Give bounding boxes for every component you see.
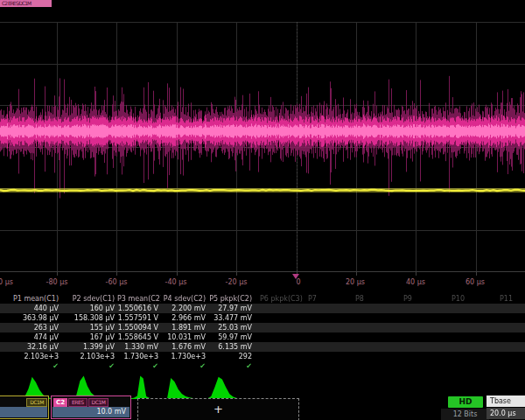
- param-value: 160 µV: [61, 304, 117, 313]
- param-value: 1.330 mV: [117, 342, 161, 352]
- param-value: 25.03 mV: [208, 323, 255, 332]
- param-header[interactable]: P4 sdev(C2): [161, 294, 208, 304]
- param-value: 2.103e+3: [61, 352, 117, 361]
- add-trace-button[interactable]: +: [137, 398, 299, 420]
- param-value: 1.399 µV: [61, 342, 117, 352]
- param-header-empty[interactable]: P6 pkpk(C3): [255, 294, 303, 304]
- param-status-check-icon: ✔: [0, 361, 61, 371]
- param-value: 33.477 mV: [208, 313, 255, 323]
- hd-mode-badge[interactable]: HD: [448, 396, 483, 408]
- param-value: 2.200 mV: [161, 304, 208, 313]
- param-value: 1.550094 V: [117, 323, 161, 332]
- param-value: 1.676 mV: [161, 342, 208, 352]
- c2-trace-annotation-badge: C2 ERES/DC1M: [0, 0, 52, 7]
- param-value: 1.558645 V: [117, 332, 161, 342]
- param-value: 1.557591 V: [117, 313, 161, 323]
- param-value: 1.891 mV: [161, 323, 208, 332]
- channel-descriptor-c2[interactable]: C2ERESDC1M 10.0 mV: [51, 396, 131, 419]
- time-axis-label: 60 µs: [466, 278, 485, 286]
- param-value: 32.16 µV: [0, 342, 61, 352]
- param-header[interactable]: P5 pkpk(C2): [208, 294, 255, 304]
- param-value: 363.98 µV: [0, 313, 61, 323]
- c1-vertical-scale: 0 mV: [0, 407, 47, 417]
- c2-vertical-scale: 10.0 mV: [52, 407, 130, 417]
- param-status-check-icon: ✔: [61, 361, 117, 371]
- time-axis-label: -80 µs: [46, 278, 68, 286]
- c2-coupling-badge: DC1M: [88, 398, 109, 407]
- channel-descriptor-c1[interactable]: DC1M 0 mV: [0, 396, 49, 419]
- param-value: 158.308 µV: [61, 313, 117, 323]
- time-axis-label: -40 µs: [165, 278, 187, 286]
- param-value: 1.730e+3: [117, 352, 161, 361]
- param-header[interactable]: P1 mean(C1): [0, 294, 61, 304]
- timebase-title: Tbase: [486, 396, 525, 407]
- param-status-check-icon: ✔: [208, 361, 255, 371]
- param-header-empty[interactable]: P10: [446, 294, 494, 304]
- param-value: 2.966 mV: [161, 313, 208, 323]
- param-value: 292: [208, 352, 255, 361]
- measure-table: P1 mean(C1)P2 sdev(C1)P3 mean(C2)P4 sdev…: [0, 294, 525, 373]
- param-value: 263 µV: [0, 323, 61, 332]
- param-value: 2.103e+3: [0, 352, 61, 361]
- param-status-check-icon: ✔: [161, 361, 208, 371]
- time-axis-label: 40 µs: [406, 278, 425, 286]
- param-value: 6.135 mV: [208, 342, 255, 352]
- trigger-position-icon[interactable]: [292, 274, 299, 279]
- param-header-empty[interactable]: P8: [350, 294, 398, 304]
- param-value: 155 µV: [61, 323, 117, 332]
- param-value: 474 µV: [0, 332, 61, 342]
- param-header-empty[interactable]: P7: [303, 294, 350, 304]
- param-value: 27.97 mV: [208, 304, 255, 313]
- param-header[interactable]: P3 mean(C2): [117, 294, 161, 304]
- hd-bits-label: 12 Bits: [441, 409, 489, 420]
- c1-coupling-badge: DC1M: [26, 398, 47, 407]
- time-axis-label: 0: [296, 278, 300, 286]
- param-status-check-icon: ✔: [117, 361, 161, 371]
- param-value: 10.031 mV: [161, 332, 208, 342]
- c2-channel-label: C2: [53, 398, 67, 407]
- timebase-descriptor[interactable]: Tbase 20.0 µs: [486, 396, 525, 419]
- param-value: 167 µV: [61, 332, 117, 342]
- oscilloscope-screen: C2 ERES/DC1M -100 µs-80 µs-60 µs-40 µs-2…: [0, 0, 525, 420]
- c2-eres-badge: ERES: [68, 398, 88, 407]
- time-axis-label: 20 µs: [346, 278, 365, 286]
- param-value: 1.730e+3: [161, 352, 208, 361]
- time-axis-label: -20 µs: [226, 278, 248, 286]
- param-value: 59.97 mV: [208, 332, 255, 342]
- param-value: 440 µV: [0, 304, 61, 313]
- time-axis-label: -100 µs: [0, 278, 13, 286]
- plus-icon: +: [214, 402, 223, 416]
- param-header[interactable]: P2 sdev(C1): [61, 294, 117, 304]
- time-axis-label: -60 µs: [106, 278, 128, 286]
- timebase-value: 20.0 µs: [486, 408, 525, 419]
- waveform-grid-canvas: [0, 0, 525, 276]
- param-value: 1.550616 V: [117, 304, 161, 313]
- param-header-empty[interactable]: P9: [398, 294, 446, 304]
- param-header-empty[interactable]: P11: [494, 294, 525, 304]
